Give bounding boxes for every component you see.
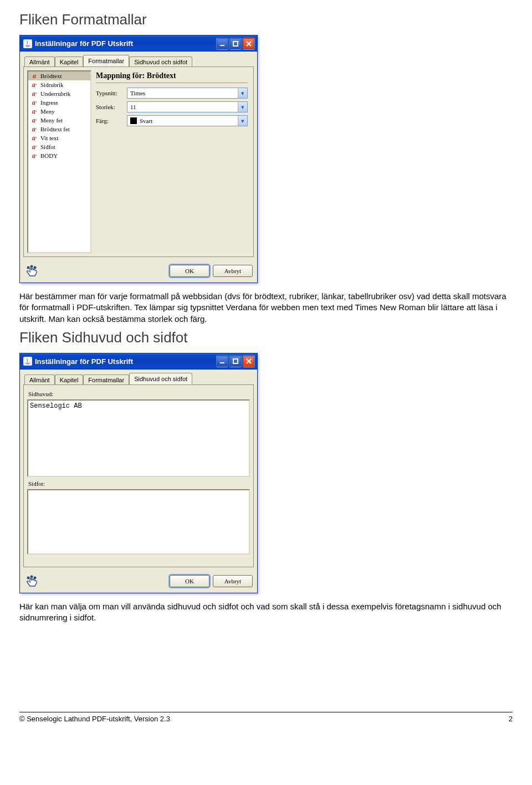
ok-button[interactable]: OK: [170, 265, 209, 277]
svg-rect-1: [233, 42, 238, 46]
svg-point-4: [34, 266, 37, 269]
list-item[interactable]: a¹Meny: [28, 107, 90, 116]
separator: [96, 83, 248, 83]
ok-button[interactable]: OK: [170, 575, 209, 587]
svg-rect-6: [233, 359, 238, 363]
list-item-label: Meny fet: [40, 117, 63, 124]
tab-kapitel[interactable]: Kapitel: [55, 374, 84, 385]
textarea-sidfot[interactable]: [27, 489, 250, 555]
dialog-formatmallar: Inställningar för PDF Utskrift Allmänt K…: [19, 35, 258, 283]
tab-allmant[interactable]: Allmänt: [24, 57, 55, 67]
cancel-button[interactable]: Avbryt: [213, 265, 253, 277]
footer-page-number: 2: [509, 715, 513, 723]
paragraph-formatmallar: Här bestämmer man för varje formatmall p…: [19, 291, 513, 325]
svg-point-7: [27, 576, 30, 579]
textarea-sidhuvud[interactable]: [27, 399, 250, 477]
svg-point-2: [27, 266, 30, 269]
style-icon: a¹: [30, 125, 38, 133]
list-item-label: Ingress: [40, 99, 58, 106]
cancel-button[interactable]: Avbryt: [213, 575, 253, 587]
minimize-button[interactable]: [216, 38, 228, 50]
java-icon: [23, 39, 32, 48]
combo-farg[interactable]: Svart ▾: [127, 115, 248, 126]
list-item[interactable]: a¹BODY: [28, 151, 90, 160]
list-item-label: Vit text: [40, 135, 59, 141]
dialog-sidhuvud: Inställningar för PDF Utskrift Allmänt K…: [19, 353, 258, 593]
list-item-label: Sidfot: [40, 143, 55, 150]
tab-kapitel[interactable]: Kapitel: [55, 57, 84, 67]
mapping-title-value: Brödtext: [147, 71, 176, 80]
label-sidfot: Sidfot:: [28, 480, 249, 487]
svg-rect-5: [220, 362, 224, 363]
list-item[interactable]: a¹Sidfot: [28, 142, 90, 151]
tab-sidhuvud[interactable]: Sidhuvud och sidfot: [129, 373, 192, 384]
close-button[interactable]: [243, 38, 255, 50]
list-item[interactable]: a¹Meny fet: [28, 116, 90, 125]
heading-formatmallar: Fliken Formatmallar: [19, 11, 513, 28]
list-item-label: BODY: [40, 152, 58, 159]
label-sidhuvud: Sidhuvud:: [28, 391, 249, 397]
titlebar: Inställningar för PDF Utskrift: [20, 35, 257, 52]
close-button[interactable]: [243, 355, 255, 367]
tab-formatmallar[interactable]: Formatmallar: [83, 374, 129, 385]
list-item-label: Sidrubrik: [40, 81, 64, 88]
list-item-label: Brödtext fet: [40, 126, 70, 132]
style-icon: a: [30, 72, 38, 80]
svg-point-3: [30, 265, 33, 268]
style-icon: a¹: [30, 99, 38, 106]
format-list[interactable]: aBrödtext a¹Sidrubrik a¹Underrubrik a¹In…: [27, 70, 91, 253]
label-typsnitt: Typsnitt:: [96, 90, 125, 96]
style-icon: a¹: [30, 81, 38, 89]
style-icon: a¹: [30, 134, 38, 142]
list-item-label: Brödtext: [40, 73, 62, 79]
java-icon: [23, 357, 32, 366]
chevron-down-icon: ▾: [238, 88, 247, 98]
svg-point-8: [30, 575, 33, 578]
combo-typsnitt[interactable]: Times ▾: [127, 88, 248, 99]
footer-left: © Senselogic Lathund PDF-utskrift, Versi…: [19, 715, 170, 723]
style-icon: a¹: [30, 116, 38, 124]
mapping-title-prefix: Mappning för:: [96, 71, 147, 80]
svg-point-9: [34, 576, 37, 579]
style-icon: a¹: [30, 143, 38, 151]
svg-rect-0: [220, 45, 224, 46]
list-item-label: Meny: [40, 108, 55, 115]
style-icon: a¹: [30, 90, 38, 98]
heading-sidhuvud: Fliken Sidhuvud och sidfot: [19, 329, 513, 346]
list-item[interactable]: a¹Brödtext fet: [28, 125, 90, 134]
list-item[interactable]: a¹Underrubrik: [28, 89, 90, 98]
paragraph-sidhuvud: Här kan man välja om man vill använda si…: [19, 601, 513, 624]
titlebar: Inställningar för PDF Utskrift: [20, 353, 257, 370]
combo-storlek-value: 11: [130, 104, 136, 110]
list-item[interactable]: aBrödtext: [28, 71, 90, 80]
label-farg: Färg:: [96, 117, 125, 124]
list-item-label: Underrubrik: [40, 90, 70, 97]
hand-icon: [24, 264, 40, 278]
maximize-button[interactable]: [229, 38, 242, 50]
combo-farg-value: Svart: [140, 117, 152, 124]
combo-storlek[interactable]: 11 ▾: [127, 101, 248, 112]
chevron-down-icon: ▾: [238, 102, 247, 112]
window-title: Inställningar för PDF Utskrift: [35, 39, 216, 48]
style-icon: a¹: [30, 107, 38, 115]
tab-formatmallar[interactable]: Formatmallar: [83, 55, 129, 66]
label-storlek: Storlek:: [96, 104, 125, 110]
page-footer: © Senselogic Lathund PDF-utskrift, Versi…: [19, 712, 513, 723]
tab-allmant[interactable]: Allmänt: [24, 374, 55, 385]
chevron-down-icon: ▾: [238, 116, 247, 126]
hand-icon: [24, 574, 40, 588]
mapping-title: Mappning för: Brödtext: [96, 71, 248, 80]
tab-sidhuvud[interactable]: Sidhuvud och sidfot: [129, 57, 192, 67]
style-icon: a¹: [30, 152, 38, 160]
color-swatch-icon: [130, 117, 137, 124]
list-item[interactable]: a¹Ingress: [28, 98, 90, 107]
maximize-button[interactable]: [229, 355, 242, 367]
minimize-button[interactable]: [216, 355, 228, 367]
list-item[interactable]: a¹Sidrubrik: [28, 80, 90, 89]
window-title: Inställningar för PDF Utskrift: [35, 357, 216, 366]
list-item[interactable]: a¹Vit text: [28, 134, 90, 142]
combo-typsnitt-value: Times: [130, 90, 145, 96]
